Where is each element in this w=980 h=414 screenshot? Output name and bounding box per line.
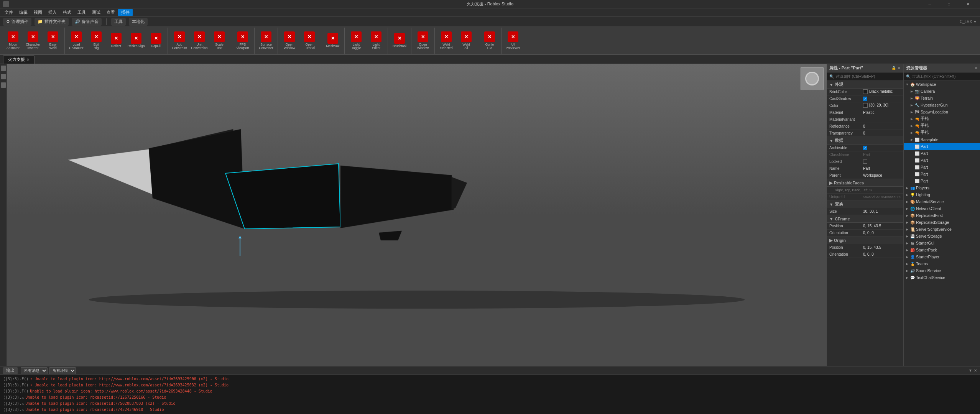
- section-resizablefaces[interactable]: ▶ ResizableFaces: [827, 179, 903, 187]
- section-transform[interactable]: ▼ 变换: [827, 200, 903, 208]
- explorer-part3[interactable]: ⬜ Part: [904, 164, 980, 171]
- locked-checkbox[interactable]: [863, 159, 867, 164]
- archivable-checkbox[interactable]: ✓: [863, 146, 867, 150]
- prop-color-value[interactable]: [30, 29, 30]: [862, 103, 903, 108]
- explorer-hand1[interactable]: ▶ 🔫 手枪: [904, 115, 980, 122]
- menu-format[interactable]: 格式: [60, 9, 74, 16]
- menu-view[interactable]: 视图: [31, 9, 45, 16]
- prop-locked-value[interactable]: [862, 159, 903, 164]
- localize-btn[interactable]: 本地化: [129, 18, 148, 26]
- prop-transparency-value[interactable]: 0: [862, 131, 903, 135]
- explorer-search-input[interactable]: [912, 74, 978, 79]
- maximize-button[interactable]: □: [940, 0, 958, 8]
- castshadow-checkbox[interactable]: ✓: [863, 97, 867, 101]
- properties-search-input[interactable]: [835, 74, 901, 79]
- minimize-button[interactable]: ─: [921, 0, 939, 8]
- reflect-btn[interactable]: ✕ Reflect: [106, 28, 126, 53]
- section-cframe[interactable]: ▼ CFrame: [827, 215, 903, 223]
- menu-tools[interactable]: 工具: [74, 9, 89, 16]
- prop-size-value[interactable]: 30, 30, 1: [862, 209, 903, 214]
- prop-name-value[interactable]: Part: [862, 166, 903, 171]
- explorer-starterpack[interactable]: ▶ 🎒 StarterPack: [904, 246, 980, 253]
- weld-all-btn[interactable]: ✕ WeldAll: [456, 28, 476, 53]
- menu-plugins[interactable]: 插件: [118, 9, 133, 16]
- explorer-hyperlasergun[interactable]: ▶ 🔧 HyperlaserGun: [904, 102, 980, 108]
- gap-fill-btn[interactable]: ✕ GapFill: [146, 28, 166, 53]
- viewport[interactable]: [7, 64, 827, 366]
- menu-insert[interactable]: 插入: [45, 9, 60, 16]
- tab-main[interactable]: 火力支援 ✕: [3, 55, 35, 64]
- left-icon-1[interactable]: [1, 66, 6, 71]
- close-button[interactable]: ✕: [959, 0, 977, 8]
- explorer-part1[interactable]: ⬜ Part: [904, 150, 980, 157]
- prop-parent-value[interactable]: Workspace: [862, 173, 903, 177]
- open-window-btn[interactable]: ✕ OpenWindow: [280, 28, 299, 53]
- fps-viewport-btn[interactable]: ✕ FPSViewport: [233, 28, 253, 53]
- character-inserter-btn[interactable]: ✕ CharacterInserter: [23, 28, 43, 53]
- explorer-camera[interactable]: ▶ 📷 Camera: [904, 88, 980, 95]
- explorer-close-icon[interactable]: ✕: [975, 66, 978, 70]
- output-filter-env[interactable]: 所有环境: [49, 367, 76, 374]
- prop-position-value[interactable]: 0, 15, 43.5: [862, 224, 903, 228]
- explorer-serverstorage[interactable]: ▶ 💾 ServerStorage: [904, 233, 980, 240]
- explorer-lighting[interactable]: ▶ 💡 Lighting: [904, 191, 980, 198]
- menu-view2[interactable]: 查看: [104, 9, 118, 16]
- properties-scroll[interactable]: ▼ 外观 BrickColor Black metallic CastShado…: [827, 81, 903, 366]
- prop-castshadow-value[interactable]: ✓: [862, 97, 903, 101]
- explorer-part-selected[interactable]: ⬜ Part: [904, 143, 980, 150]
- prop-origin-position-value[interactable]: 0, 15, 43.5: [862, 245, 903, 250]
- load-character-btn[interactable]: ✕ LoadCharacter: [66, 28, 86, 53]
- explorer-startergui[interactable]: ▶ 🖥 StarterGui: [904, 240, 980, 246]
- prop-reflectance-value[interactable]: 0: [862, 124, 903, 128]
- explorer-players[interactable]: ▶ 👥 Players: [904, 184, 980, 191]
- output-filter-messages[interactable]: 所有消息: [21, 367, 48, 374]
- tab-close-btn[interactable]: ✕: [26, 58, 30, 62]
- explorer-scroll[interactable]: ▼ 🏠 Workspace ▶ 📷 Camera ▶ 🌄 Terrain ▶ 🔧: [904, 81, 980, 366]
- menu-test[interactable]: 测试: [89, 9, 104, 16]
- prop-archivable-value[interactable]: ✓: [862, 146, 903, 150]
- resize-align-btn[interactable]: ✕ ResizeAlign: [126, 28, 146, 53]
- explorer-teams[interactable]: ▶ 🏅 Teams: [904, 260, 980, 267]
- menu-file[interactable]: 文件: [2, 9, 16, 16]
- section-appearance[interactable]: ▼ 外观: [827, 81, 903, 89]
- properties-close-icon[interactable]: ✕: [898, 66, 901, 70]
- output-close-icon[interactable]: ✕: [974, 368, 977, 373]
- tools-btn[interactable]: 工具: [111, 18, 126, 26]
- explorer-part2[interactable]: ⬜ Part: [904, 157, 980, 164]
- meshvox-btn[interactable]: ✕ MeshVox: [323, 28, 343, 53]
- backup-audio-btn[interactable]: 🔊 备售声音: [72, 18, 102, 26]
- explorer-serverscriptservice[interactable]: ▶ 📜 ServerScriptService: [904, 226, 980, 233]
- explorer-hand2[interactable]: ▶ 🔫 手枪: [904, 122, 980, 129]
- explorer-part4[interactable]: ⬜ Part: [904, 171, 980, 177]
- prop-brickcolor-value[interactable]: Black metallic: [862, 89, 903, 95]
- manage-plugins-btn[interactable]: ⚙ 管理插件: [3, 18, 31, 26]
- menu-edit[interactable]: 编辑: [16, 9, 31, 16]
- plugins-folder-btn[interactable]: 📁 插件文件夹: [35, 18, 69, 26]
- explorer-baseplate[interactable]: ▶ ⬜ Baseplate: [904, 136, 980, 143]
- explorer-soundservice[interactable]: ▶ 🔊 SoundService: [904, 267, 980, 274]
- gui-to-lua-btn[interactable]: ✕ Gui toLua: [480, 28, 500, 53]
- brushtool-btn[interactable]: ✕ Brushtool: [390, 28, 409, 53]
- light-toggle-btn[interactable]: ✕ LightToggle: [346, 28, 366, 53]
- section-origin[interactable]: ▶ Origin: [827, 237, 903, 244]
- easy-weld-btn[interactable]: ✕ EasyWeld: [43, 28, 63, 53]
- scale-text-btn[interactable]: ✕ ScaleText: [209, 28, 229, 53]
- explorer-textchatservice[interactable]: ▶ 💬 TextChatService: [904, 274, 980, 281]
- add-constraint-btn[interactable]: ✕ AddConstraint: [169, 28, 189, 53]
- light-editor-btn[interactable]: ✕ LightEditor: [366, 28, 386, 53]
- prop-material-value[interactable]: Plastic: [862, 110, 903, 115]
- output-content[interactable]: ({3}:3).F() • Unable to load plugin icon…: [0, 375, 980, 414]
- explorer-networkclient[interactable]: ▶ 🌐 NetworkClient: [904, 205, 980, 212]
- output-tab-output[interactable]: 输出: [3, 367, 18, 374]
- section-data[interactable]: ▼ 数据: [827, 137, 903, 145]
- prop-origin-orientation-value[interactable]: 0, 0, 0: [862, 252, 903, 256]
- explorer-materialservice[interactable]: ▶ 🎨 MaterialService: [904, 198, 980, 205]
- surface-converter-btn[interactable]: ✕ SurfaceConverter: [256, 28, 276, 53]
- explorer-terrain[interactable]: ▶ 🌄 Terrain: [904, 95, 980, 102]
- explorer-spawnlocation[interactable]: ▶ 🏁 SpawnLocation: [904, 108, 980, 115]
- unit-conversion-btn[interactable]: ✕ UnitConversion: [189, 28, 209, 53]
- explorer-replicatedfirst[interactable]: ▶ 📦 ReplicatedFirst: [904, 212, 980, 219]
- left-icon-3[interactable]: [1, 82, 6, 88]
- weld-selected-btn[interactable]: ✕ WeldSelected: [436, 28, 456, 53]
- explorer-replicatedstorage[interactable]: ▶ 📦 ReplicatedStorage: [904, 219, 980, 226]
